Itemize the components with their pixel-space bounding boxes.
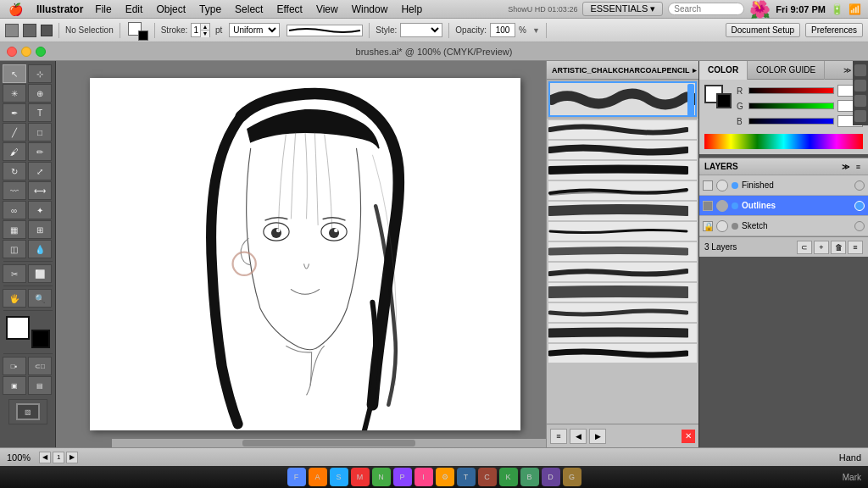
rotate-tool[interactable]: ↻: [3, 162, 26, 180]
layer-options-btn[interactable]: ≡: [848, 241, 863, 254]
dock-icon4[interactable]: N: [372, 468, 391, 486]
object-menu[interactable]: Object: [149, 0, 192, 19]
dock-icon5[interactable]: P: [393, 468, 412, 486]
sidebar-icon1[interactable]: [854, 64, 866, 76]
stroke-color[interactable]: [138, 30, 148, 41]
h-scrollbar[interactable]: [112, 439, 546, 447]
file-menu[interactable]: File: [88, 0, 118, 19]
layer-item-outlines[interactable]: Outlines: [699, 196, 868, 216]
bg-box[interactable]: [716, 93, 732, 108]
color-tab[interactable]: COLOR: [699, 61, 748, 80]
help-menu[interactable]: Help: [394, 0, 429, 19]
direct-select-tool[interactable]: ⊹: [28, 64, 52, 83]
brush-item-12[interactable]: [548, 344, 697, 363]
dock-icon3[interactable]: M: [351, 468, 370, 486]
brush-item-4[interactable]: [548, 181, 697, 200]
document-setup-button[interactable]: Document Setup: [726, 23, 801, 37]
layers-menu[interactable]: ≡: [854, 163, 863, 171]
draw-mode[interactable]: □▪: [3, 357, 26, 375]
paintbrush-tool[interactable]: 🖌: [3, 142, 26, 161]
r-slider[interactable]: [748, 87, 834, 94]
artboard-tool[interactable]: ⬜: [28, 264, 52, 283]
stroke-arrows[interactable]: ▲ ▼: [200, 24, 209, 37]
brush-nav-back[interactable]: ◀: [570, 429, 587, 444]
dock-icon1[interactable]: A: [309, 468, 327, 486]
opacity-arrow[interactable]: ▼: [532, 26, 540, 35]
dock-icon2[interactable]: S: [330, 468, 348, 486]
sidebar-icon3[interactable]: [854, 95, 866, 107]
brush-item-1[interactable]: [548, 120, 697, 139]
tool-extra-btn[interactable]: ▨: [8, 399, 47, 424]
gradient-tool[interactable]: ◫: [3, 240, 26, 258]
type-menu[interactable]: Type: [192, 0, 228, 19]
layer-eye-outlines[interactable]: [716, 200, 728, 212]
select-tool[interactable]: ↖: [3, 64, 26, 83]
window-menu[interactable]: Window: [345, 0, 395, 19]
brush-list[interactable]: [547, 119, 698, 424]
eyedropper-tool[interactable]: 💧: [28, 240, 52, 258]
blend-tool[interactable]: ∞: [3, 201, 26, 219]
dock-icon7[interactable]: ⚙: [436, 468, 454, 486]
pencil-tool[interactable]: ✏: [28, 142, 52, 161]
layer-item-sketch[interactable]: 🔒 Sketch: [699, 216, 868, 236]
nav-next-btn[interactable]: ▶: [66, 452, 78, 463]
sidebar-icon2[interactable]: [854, 80, 866, 92]
color-guide-tab[interactable]: COLOR GUIDE: [748, 61, 825, 80]
layer-eye-finished[interactable]: [716, 180, 728, 191]
foreground-color[interactable]: [6, 316, 30, 340]
b-slider[interactable]: [748, 118, 834, 125]
brush-item-2[interactable]: [548, 141, 697, 159]
layer-make-clip-btn[interactable]: ⊂: [797, 241, 812, 254]
dock-icon6[interactable]: I: [415, 468, 433, 486]
layer-new-btn[interactable]: +: [814, 241, 829, 254]
minimize-button[interactable]: [21, 47, 31, 57]
brush-delete-btn[interactable]: ✕: [682, 430, 695, 443]
zoom-tool[interactable]: 🔍: [28, 289, 52, 308]
color-indicator[interactable]: [126, 20, 148, 41]
line-tool[interactable]: ╱: [3, 123, 26, 141]
dock-icon10[interactable]: K: [499, 468, 518, 486]
panel-collapse-btn[interactable]: ▸: [690, 66, 699, 75]
brush-item-11[interactable]: [548, 324, 697, 342]
opacity-input[interactable]: [490, 23, 515, 37]
dock-icon12[interactable]: D: [542, 468, 560, 486]
layers-expand[interactable]: ≫: [839, 163, 852, 171]
stroke-stepper[interactable]: 1 ▲ ▼: [191, 23, 210, 37]
brush-item-5[interactable]: [548, 202, 697, 220]
canvas-area[interactable]: [56, 61, 546, 447]
brush-nav-fwd[interactable]: ▶: [589, 429, 606, 444]
warp-tool[interactable]: 〰: [3, 181, 26, 200]
brand-menu[interactable]: Illustrator: [31, 0, 88, 19]
stroke-up[interactable]: ▲: [201, 24, 209, 30]
brush-item-9[interactable]: [548, 283, 697, 302]
background-color[interactable]: [31, 330, 50, 348]
hand-tool[interactable]: 🖐: [3, 289, 26, 308]
sidebar-icon4[interactable]: [854, 110, 866, 122]
magic-wand-tool[interactable]: ✳: [3, 84, 26, 103]
change-screen[interactable]: ▣: [3, 376, 26, 395]
shape-tool[interactable]: □: [28, 123, 52, 141]
width-tool[interactable]: ⟷: [28, 181, 52, 200]
h-scroll-thumb[interactable]: [242, 440, 416, 446]
brush-item-6[interactable]: [548, 222, 697, 241]
scissors-tool[interactable]: ✂: [3, 264, 26, 283]
selected-brush-preview[interactable]: [548, 81, 697, 117]
essentials-button[interactable]: ESSENTIALS ▾: [582, 2, 663, 16]
stroke-style-select[interactable]: Uniform: [229, 23, 280, 37]
symbol-tool[interactable]: ✦: [28, 201, 52, 219]
apple-menu[interactable]: 🍎: [0, 3, 31, 16]
select-menu[interactable]: Select: [228, 0, 270, 19]
brush-item-8[interactable]: [548, 263, 697, 281]
style-select[interactable]: [400, 23, 442, 37]
g-slider[interactable]: [748, 103, 834, 109]
search-input[interactable]: [668, 3, 744, 15]
pen-tool[interactable]: ✒: [3, 103, 26, 122]
column-graph-tool[interactable]: ▦: [3, 220, 26, 239]
color-panel-expand[interactable]: ≫: [841, 66, 854, 75]
color-spectrum[interactable]: [704, 134, 863, 149]
layer-eye-sketch[interactable]: [716, 220, 728, 232]
scale-tool[interactable]: ⤢: [28, 162, 52, 180]
fullscreen[interactable]: ▤: [28, 376, 52, 395]
layer-item-finished[interactable]: Finished: [699, 175, 868, 196]
mesh-tool[interactable]: ⊞: [28, 220, 52, 239]
